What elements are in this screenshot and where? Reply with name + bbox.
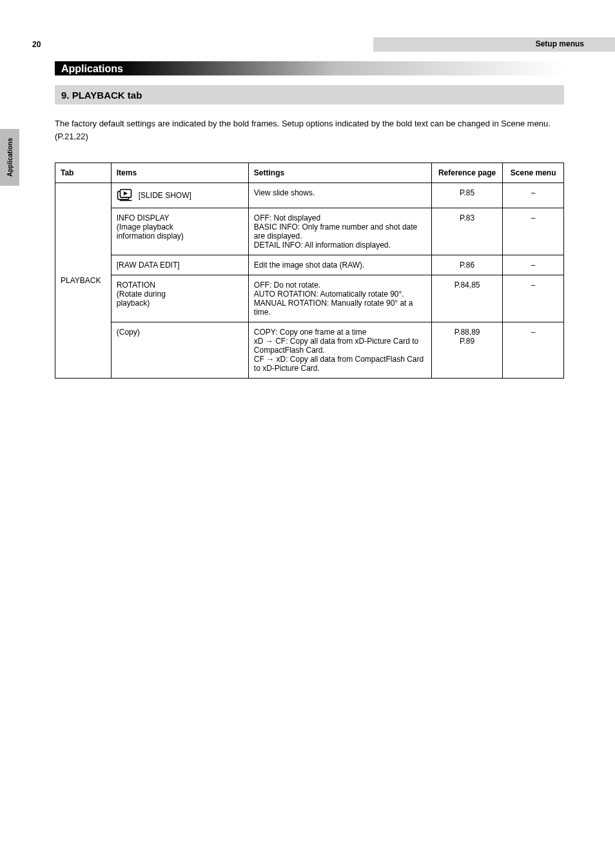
item-line: INFO DISPLAY bbox=[117, 213, 170, 222]
item-text: [SLIDE SHOW] bbox=[139, 191, 191, 200]
settings-cell: COPY: Copy one frame at a time xD → CF: … bbox=[248, 322, 431, 379]
settings-cell: OFF: Do not rotate. AUTO ROTATION: Autom… bbox=[248, 275, 431, 322]
settings-line: OFF: Do not rotate. bbox=[254, 281, 320, 290]
scene-cell: – bbox=[503, 208, 564, 255]
item-cell: ROTATION (Rotate during playback) bbox=[111, 275, 248, 322]
subheader-bar: 9. PLAYBACK tab bbox=[55, 85, 564, 104]
slideshow-play-icon bbox=[117, 188, 135, 202]
subheader-text: 9. PLAYBACK tab bbox=[61, 90, 142, 101]
item-cell: [RAW DATA EDIT] bbox=[111, 255, 248, 275]
item-cell: INFO DISPLAY (Image playback information… bbox=[111, 208, 248, 255]
ref-cell: P.88,89 P.89 bbox=[431, 322, 502, 379]
ref-cell: P.84,85 bbox=[431, 275, 502, 322]
table-header-row: Tab Items Settings Reference page Scene … bbox=[55, 163, 564, 183]
th-tab: Tab bbox=[55, 163, 112, 183]
settings-table-wrap: Tab Items Settings Reference page Scene … bbox=[55, 163, 564, 379]
settings-cell: Edit the image shot data (RAW). bbox=[248, 255, 431, 275]
table-row: [RAW DATA EDIT] Edit the image shot data… bbox=[55, 255, 564, 275]
item-line: information display) bbox=[117, 232, 184, 241]
top-gray-bar: Setup menus bbox=[373, 37, 615, 52]
settings-line: OFF: Not displayed bbox=[254, 213, 320, 222]
item-line: (Image playback bbox=[117, 222, 173, 232]
gradient-bar bbox=[55, 61, 564, 75]
ref-line: P.89 bbox=[460, 337, 474, 346]
settings-table: Tab Items Settings Reference page Scene … bbox=[55, 163, 564, 379]
th-ref: Reference page bbox=[431, 163, 502, 183]
table-row: ROTATION (Rotate during playback) OFF: D… bbox=[55, 275, 564, 322]
tab-label: PLAYBACK bbox=[55, 183, 112, 379]
scene-cell: – bbox=[503, 322, 564, 379]
table-row: INFO DISPLAY (Image playback information… bbox=[55, 208, 564, 255]
settings-line: BASIC INFO: Only frame number and shot d… bbox=[254, 222, 417, 241]
settings-line: DETAIL INFO: All information displayed. bbox=[254, 241, 391, 250]
scene-cell: – bbox=[503, 255, 564, 275]
settings-line: COPY: Copy one frame at a time bbox=[254, 328, 367, 337]
settings-line: CF → xD: Copy all data from CompactFlash… bbox=[254, 355, 424, 373]
ref-cell: P.83 bbox=[431, 208, 502, 255]
settings-line: View slide shows. bbox=[254, 188, 315, 197]
table-row: PLAYBACK [SLIDE SHOW] View slide shows. bbox=[55, 183, 564, 208]
th-scene: Scene menu bbox=[503, 163, 564, 183]
item-cell: [SLIDE SHOW] bbox=[111, 183, 248, 208]
ref-line: P.88,89 bbox=[454, 328, 480, 337]
ref-cell: P.86 bbox=[431, 255, 502, 275]
header-right-text: Setup menus bbox=[536, 39, 584, 48]
item-line: playback) bbox=[117, 299, 150, 308]
settings-cell: View slide shows. bbox=[248, 183, 431, 208]
settings-line: MANUAL ROTATION: Manually rotate 90° at … bbox=[254, 299, 413, 317]
th-settings: Settings bbox=[248, 163, 431, 183]
item-cell: (Copy) bbox=[111, 322, 248, 379]
page-number: 20 bbox=[32, 40, 41, 49]
th-items: Items bbox=[111, 163, 248, 183]
item-line: (Rotate during bbox=[117, 290, 166, 299]
settings-line: xD → CF: Copy all data from xD-Picture C… bbox=[254, 337, 418, 355]
scene-cell: – bbox=[503, 275, 564, 322]
scene-cell: – bbox=[503, 183, 564, 208]
settings-line: AUTO ROTATION: Automatically rotate 90°. bbox=[254, 290, 404, 299]
ref-cell: P.85 bbox=[431, 183, 502, 208]
item-line: ROTATION bbox=[117, 281, 155, 290]
intro-text: The factory default settings are indicat… bbox=[55, 117, 558, 143]
section-title: Applications bbox=[61, 63, 123, 75]
side-tab: Applications bbox=[0, 129, 19, 186]
table-row: (Copy) COPY: Copy one frame at a time xD… bbox=[55, 322, 564, 379]
settings-cell: OFF: Not displayed BASIC INFO: Only fram… bbox=[248, 208, 431, 255]
